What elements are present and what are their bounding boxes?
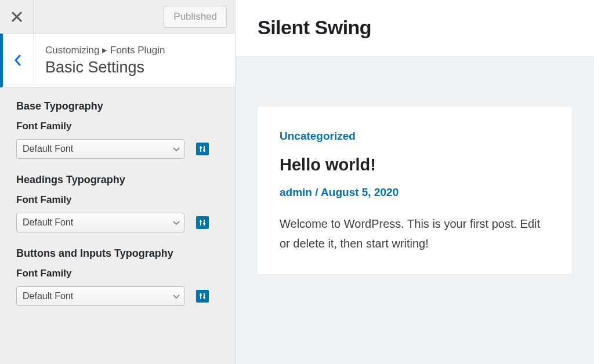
post-category-link[interactable]: Uncategorized <box>280 130 550 143</box>
font-family-select-headings[interactable]: Default Font <box>16 213 184 232</box>
section-heading-base: Base Typography <box>16 100 219 112</box>
breadcrumb-panel: Customizing ▸ Fonts Plugin Basic Setting… <box>0 34 235 88</box>
svg-rect-5 <box>203 297 205 298</box>
typography-settings-button-headings[interactable] <box>196 216 209 229</box>
field-label-headings-font: Font Family <box>16 194 219 206</box>
select-wrap: Default Font <box>16 139 184 159</box>
preview-body: Uncategorized Hello world! admin / Augus… <box>236 57 594 364</box>
font-family-select-base[interactable]: Default Font <box>16 139 184 159</box>
post-meta-separator: / <box>312 186 321 198</box>
site-header: Silent Swing <box>236 0 594 57</box>
breadcrumb-parent: Fonts Plugin <box>110 45 165 56</box>
breadcrumb-text: Customizing ▸ Fonts Plugin Basic Setting… <box>34 34 235 87</box>
svg-rect-3 <box>203 223 205 224</box>
breadcrumb-separator: ▸ <box>102 45 107 56</box>
post-excerpt: Welcome to WordPress. This is your first… <box>280 214 550 253</box>
close-button[interactable] <box>0 0 34 34</box>
customizer-sidebar: Published Customizing ▸ Fonts Plugin Bas… <box>0 0 236 364</box>
close-icon <box>12 12 22 22</box>
back-button[interactable] <box>3 34 34 87</box>
post-meta: admin / August 5, 2020 <box>280 186 550 199</box>
field-label-base-font: Font Family <box>16 121 219 132</box>
select-row-base: Default Font <box>16 139 219 159</box>
select-wrap: Default Font <box>16 213 184 232</box>
publish-status-button[interactable]: Published <box>164 6 227 28</box>
sliders-icon <box>198 219 207 227</box>
select-wrap: Default Font <box>16 286 184 306</box>
section-heading-buttons: Buttons and Inputs Typography <box>16 247 219 260</box>
controls-area: Base Typography Font Family Default Font… <box>0 88 235 334</box>
section-heading-headings: Headings Typography <box>16 174 219 186</box>
sliders-icon <box>198 145 207 153</box>
post-date: August 5, 2020 <box>321 186 399 198</box>
breadcrumb: Customizing ▸ Fonts Plugin <box>45 44 223 56</box>
svg-rect-4 <box>200 294 202 296</box>
post-author-link[interactable]: admin <box>280 186 312 198</box>
customizer-topbar: Published <box>0 0 235 34</box>
chevron-left-icon <box>14 54 22 67</box>
select-row-buttons: Default Font <box>16 286 219 306</box>
breadcrumb-prefix: Customizing <box>45 45 100 56</box>
post-title-link[interactable]: Hello world! <box>280 155 550 174</box>
page-title: Basic Settings <box>45 59 223 77</box>
svg-rect-2 <box>200 221 202 222</box>
svg-rect-1 <box>203 150 205 151</box>
svg-rect-0 <box>200 147 202 148</box>
select-row-headings: Default Font <box>16 213 219 232</box>
field-label-buttons-font: Font Family <box>16 268 219 279</box>
preview-pane: Silent Swing Uncategorized Hello world! … <box>236 0 594 364</box>
typography-settings-button-buttons[interactable] <box>196 290 209 303</box>
typography-settings-button-base[interactable] <box>196 143 209 155</box>
site-title[interactable]: Silent Swing <box>258 16 572 39</box>
post-card: Uncategorized Hello world! admin / Augus… <box>258 107 572 274</box>
font-family-select-buttons[interactable]: Default Font <box>16 286 184 306</box>
sliders-icon <box>198 292 207 300</box>
